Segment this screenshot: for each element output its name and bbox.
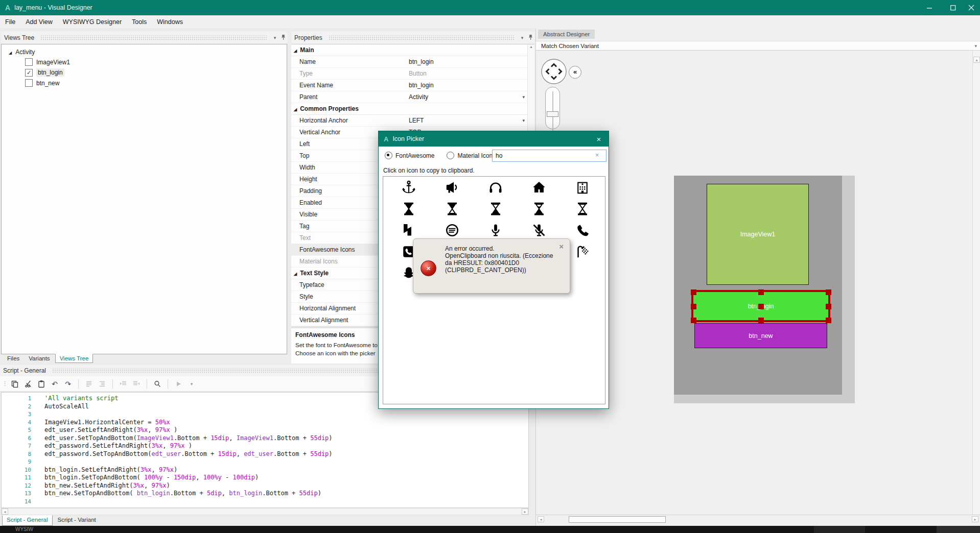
code-line[interactable]: 11btn_login.SetTopAndBottom( 100%y - 150… (2, 474, 528, 482)
fontawesome-radio[interactable] (385, 152, 392, 159)
material-icons-radio[interactable] (447, 152, 454, 159)
scroll-left-icon[interactable] (2, 508, 8, 515)
home-icon[interactable] (530, 179, 548, 196)
code-line[interactable]: 5edt_user.SetLeftAndRight(3%x, 97%x ) (2, 426, 528, 434)
tab-variants[interactable]: Variants (25, 354, 54, 362)
tree-root-activity[interactable]: Activity (2, 44, 287, 56)
tree-item-label[interactable]: ImageView1 (36, 59, 70, 66)
paste-button[interactable] (36, 378, 47, 390)
selection-handle[interactable] (758, 304, 764, 309)
run-script-button[interactable] (173, 378, 184, 390)
pin-icon[interactable] (526, 34, 534, 41)
undo-button[interactable]: ↶ (49, 378, 60, 390)
checkbox[interactable] (25, 79, 33, 87)
houzz-icon[interactable] (400, 222, 417, 239)
code-line[interactable]: 8edt_password.SetTopAndBottom(edt_user.B… (2, 450, 528, 458)
scroll-right-icon[interactable] (522, 508, 528, 515)
material-icons-radio-label[interactable]: Material Icons (457, 152, 496, 159)
redo-button[interactable]: ↷ (62, 378, 74, 390)
minimize-button[interactable] (919, 0, 940, 15)
copy-button[interactable] (9, 378, 20, 390)
tab-abstract-designer[interactable]: Abstract Designer (538, 30, 595, 39)
bullhorn-icon[interactable] (444, 179, 461, 196)
tree-item-ImageView1[interactable]: ImageView1 (2, 56, 287, 66)
shopware-icon[interactable] (444, 222, 461, 239)
microphone-slash-icon[interactable] (530, 222, 548, 239)
hourglass-start-icon[interactable] (444, 200, 461, 217)
selection-handle[interactable] (691, 304, 696, 309)
designer-view-btn-new[interactable]: btn_new (694, 323, 827, 348)
tab-script-variant[interactable]: Script - Variant (54, 516, 100, 526)
tab-files[interactable]: Files (3, 354, 24, 362)
tree-root-label[interactable]: Activity (15, 49, 35, 56)
hourglass-o-icon[interactable] (574, 200, 591, 217)
collapse-button[interactable]: « (569, 66, 581, 79)
pan-control[interactable] (541, 58, 567, 86)
code-line[interactable]: 4ImageView1.HorizontalCenter = 50%x (2, 419, 528, 427)
code-line[interactable]: 7edt_password.SetLeftAndRight(3%x, 97%x … (2, 442, 528, 450)
menu-item-add-view[interactable]: Add View (20, 15, 58, 29)
popup-close-icon[interactable] (559, 242, 564, 251)
indent-increase-button[interactable] (97, 378, 108, 390)
property-value[interactable]: Activity (409, 93, 428, 101)
selection-handle[interactable] (826, 318, 831, 323)
panel-dropdown-icon[interactable] (518, 35, 526, 40)
property-row-event-name[interactable]: Event Namebtn_login (291, 80, 528, 91)
expander-icon[interactable] (294, 46, 297, 54)
menu-item-wysiwyg-designer[interactable]: WYSIWYG Designer (58, 15, 127, 29)
hourglass-icon[interactable] (400, 200, 417, 217)
chevron-down-icon[interactable] (522, 94, 525, 100)
tree-item-label[interactable]: btn_login (36, 68, 64, 77)
microphone-icon[interactable] (487, 222, 504, 239)
scroll-left-icon[interactable] (538, 516, 544, 522)
icon-search-input[interactable] (492, 150, 606, 162)
selection-handle[interactable] (826, 304, 831, 309)
search-clear-icon[interactable] (595, 152, 599, 159)
expander-icon[interactable] (294, 270, 297, 277)
zoom-slider-thumb[interactable] (547, 111, 558, 117)
scroll-up-icon[interactable] (973, 57, 980, 63)
comment-button[interactable] (118, 378, 129, 390)
property-value[interactable]: LEFT (409, 117, 424, 124)
tree-item-label[interactable]: btn_new (36, 80, 59, 87)
code-line[interactable]: 12btn_new.SetLeftAndRight(3%x, 97%x) (2, 482, 528, 490)
selection-handle[interactable] (691, 289, 696, 295)
code-line[interactable]: 14 (2, 498, 528, 506)
tab-views-tree[interactable]: Views Tree (55, 354, 94, 363)
tree-item-btn_new[interactable]: btn_new (2, 77, 287, 87)
property-group-main[interactable]: Main (291, 44, 528, 56)
variant-selector[interactable]: Match Chosen Variant (536, 41, 980, 51)
property-row-type[interactable]: TypeButton (291, 68, 528, 80)
menu-item-file[interactable]: File (0, 15, 20, 29)
property-value[interactable]: btn_login (409, 58, 434, 65)
shower-icon[interactable] (574, 243, 591, 260)
script-hscrollbar[interactable] (1, 508, 529, 515)
code-line[interactable]: 6edt_user.SetTopAndBottom(ImageView1.Bot… (2, 434, 528, 443)
dialog-close-button[interactable] (589, 131, 609, 147)
designer-hscrollbar[interactable] (536, 515, 980, 524)
cut-button[interactable] (22, 378, 34, 390)
designer-vscrollbar[interactable] (972, 51, 980, 515)
phone-icon[interactable] (574, 222, 591, 239)
anchor-icon[interactable] (400, 179, 417, 196)
menu-item-tools[interactable]: Tools (127, 15, 152, 29)
toolbar-overflow-icon[interactable] (186, 378, 197, 390)
headphones-icon[interactable] (487, 179, 504, 196)
code-line[interactable]: 9 (2, 458, 528, 466)
selection-handle[interactable] (691, 318, 696, 323)
hourglass-half-icon[interactable] (530, 200, 548, 217)
selection-handle[interactable] (826, 289, 831, 295)
code-line[interactable]: 3 (2, 410, 528, 419)
tab-script-general[interactable]: Script - General (2, 515, 53, 526)
property-row-parent[interactable]: ParentActivity (291, 91, 528, 103)
expander-icon[interactable] (294, 105, 297, 112)
close-button[interactable] (962, 0, 980, 15)
selection-handle[interactable] (758, 289, 764, 295)
tree-item-btn_login[interactable]: ✓btn_login (2, 66, 287, 77)
panel-dropdown-icon[interactable] (271, 35, 279, 40)
chevron-down-icon[interactable] (522, 118, 525, 123)
expander-icon[interactable] (9, 49, 12, 56)
property-value[interactable]: btn_login (409, 82, 434, 89)
checkbox[interactable]: ✓ (25, 69, 33, 77)
selection-handle[interactable] (758, 318, 764, 323)
